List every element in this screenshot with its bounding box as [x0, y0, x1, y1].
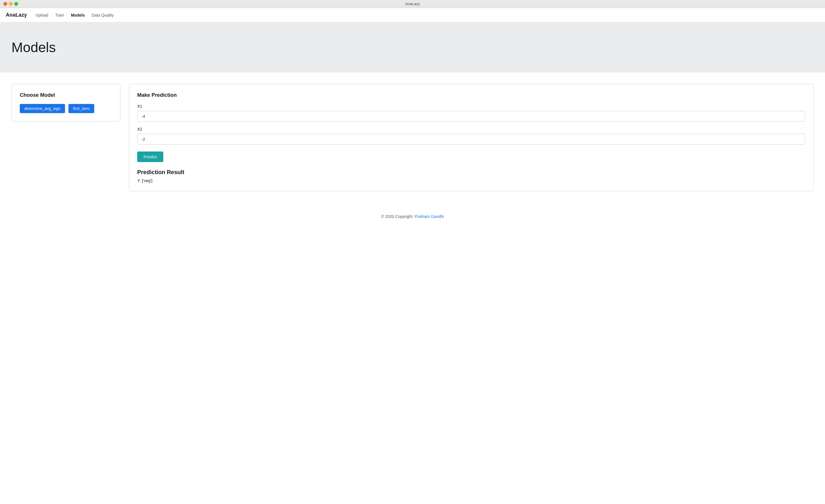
navbar: AnaLazy Upload Train Models Data Quality [0, 8, 825, 22]
model-button-first-zero[interactable]: first_zero [68, 104, 94, 113]
model-button-determine-avg-sign[interactable]: determine_avg_sign [20, 104, 65, 113]
hero-section: Models [0, 22, 825, 72]
minimize-button[interactable] [9, 2, 13, 6]
footer-text: © 2020 Copyright: [381, 214, 415, 219]
maximize-button[interactable] [14, 2, 18, 6]
choose-model-card: Choose Model determine_avg_sign first_ze… [11, 84, 120, 121]
choose-model-title: Choose Model [20, 92, 112, 98]
nav-link-train[interactable]: Train [55, 13, 64, 17]
nav-links: Upload Train Models Data Quality [35, 13, 114, 17]
main-content: Choose Model determine_avg_sign first_ze… [0, 72, 825, 203]
nav-link-data-quality[interactable]: Data Quality [92, 13, 114, 17]
prediction-result-value: Y: ['neg'] [137, 178, 805, 183]
close-button[interactable] [3, 2, 7, 6]
window-title: AnaLazy [405, 2, 420, 6]
model-buttons-container: determine_avg_sign first_zero [20, 104, 112, 113]
page-title: Models [11, 39, 56, 55]
footer: © 2020 Copyright: Pratham Gandhi [0, 203, 825, 227]
prediction-result-title: Prediction Result [137, 169, 805, 176]
nav-link-upload[interactable]: Upload [35, 13, 48, 17]
traffic-lights [3, 2, 18, 6]
make-prediction-card: Make Prediction X1 X2 Predict Prediction… [129, 84, 814, 191]
x2-label: X2 [137, 127, 805, 132]
x1-input[interactable] [137, 111, 805, 122]
footer-link[interactable]: Pratham Gandhi [415, 214, 444, 219]
nav-brand[interactable]: AnaLazy [6, 12, 27, 18]
predict-button[interactable]: Predict [137, 152, 163, 162]
nav-link-models[interactable]: Models [71, 13, 85, 17]
window-chrome: AnaLazy [0, 0, 825, 8]
x1-group: X1 [137, 104, 805, 122]
x2-group: X2 [137, 127, 805, 145]
x2-input[interactable] [137, 134, 805, 145]
make-prediction-title: Make Prediction [137, 92, 805, 98]
x1-label: X1 [137, 104, 805, 108]
